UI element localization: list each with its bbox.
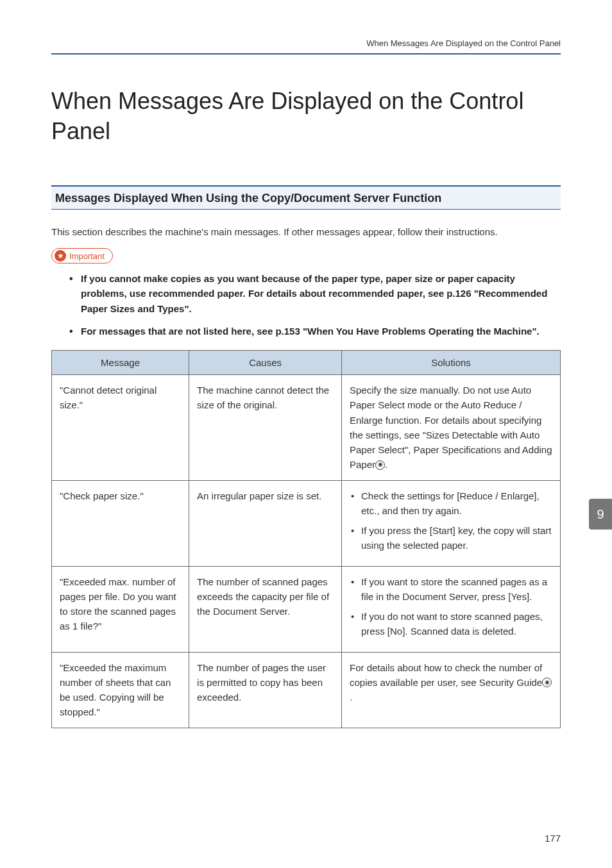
table-header-row: Message Causes Solutions (52, 351, 561, 375)
cell-causes: The number of scanned pages exceeds the … (189, 566, 342, 652)
cell-solutions: Specify the size manually. Do not use Au… (342, 375, 561, 481)
col-header-solutions: Solutions (342, 351, 561, 375)
solution-suffix: . (350, 692, 352, 703)
cell-solutions: Check the settings for [Reduce / Enlarge… (342, 480, 561, 566)
cell-message: "Exceeded the maximum number of sheets t… (52, 652, 189, 728)
section-heading-wrapper: Messages Displayed When Using the Copy/D… (51, 185, 561, 210)
star-icon: ★ (55, 250, 66, 262)
cell-causes: An irregular paper size is set. (189, 480, 342, 566)
messages-table: Message Causes Solutions "Cannot detect … (51, 350, 561, 728)
important-list: If you cannot make copies as you want be… (51, 271, 561, 338)
table-row: "Check paper size." An irregular paper s… (52, 480, 561, 566)
important-badge: ★ Important (51, 248, 113, 263)
table-row: "Exceeded the maximum number of sheets t… (52, 652, 561, 728)
solution-bullet: If you want to store the scanned pages a… (350, 574, 552, 605)
cell-message: "Cannot detect original size." (52, 375, 189, 481)
header-rule (51, 53, 561, 54)
solution-bullet: If you do not want to store scanned page… (350, 609, 552, 639)
solution-bullet: If you press the [Start] key, the copy w… (350, 523, 552, 553)
cell-message: "Exceeded max. number of pages per file.… (52, 566, 189, 652)
page-title: When Messages Are Displayed on the Contr… (51, 87, 561, 147)
cd-icon: ◉ (542, 678, 552, 687)
chapter-tab: 9 (589, 499, 612, 530)
solution-text: Specify the size manually. Do not use Au… (350, 385, 552, 470)
section-heading: Messages Displayed When Using the Copy/D… (51, 192, 561, 205)
solution-bullet: Check the settings for [Reduce / Enlarge… (350, 488, 552, 519)
solution-bullets: If you want to store the scanned pages a… (350, 574, 552, 639)
cell-message: "Check paper size." (52, 480, 189, 566)
col-header-message: Message (52, 351, 189, 375)
solution-bullets: Check the settings for [Reduce / Enlarge… (350, 488, 552, 553)
cell-causes: The machine cannot detect the size of th… (189, 375, 342, 481)
page-number: 177 (545, 833, 561, 844)
solution-suffix: . (385, 459, 387, 470)
solution-text: For details about how to check the numbe… (350, 662, 542, 688)
important-label: Important (69, 251, 105, 261)
section-intro: This section describes the machine's mai… (51, 225, 561, 240)
cell-causes: The number of pages the user is permitte… (189, 652, 342, 728)
col-header-causes: Causes (189, 351, 342, 375)
table-row: "Exceeded max. number of pages per file.… (52, 566, 561, 652)
important-item: If you cannot make copies as you want be… (69, 271, 561, 316)
cell-solutions: For details about how to check the numbe… (342, 652, 561, 728)
table-row: "Cannot detect original size." The machi… (52, 375, 561, 481)
important-item: For messages that are not listed here, s… (69, 324, 561, 338)
running-head: When Messages Are Displayed on the Contr… (51, 38, 561, 48)
cd-icon: ◉ (375, 460, 385, 470)
cell-solutions: If you want to store the scanned pages a… (342, 566, 561, 652)
